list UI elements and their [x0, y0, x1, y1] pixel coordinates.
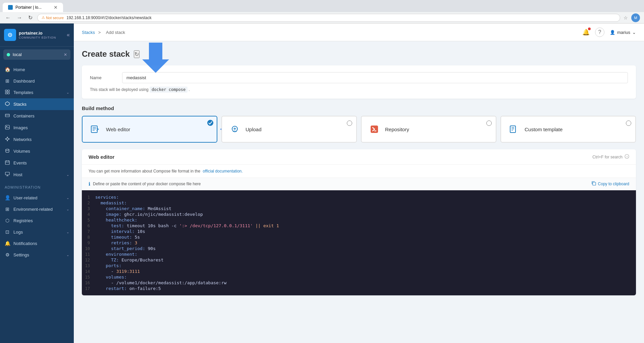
- nav-section-main: 🏠 Home ⊞ Dashboard Templates ⌄ Stacks: [0, 62, 74, 182]
- code-line: 1services:: [82, 194, 636, 200]
- logs-icon: ⊡: [5, 229, 10, 235]
- build-card-repository[interactable]: Repository: [361, 116, 496, 143]
- env-selector[interactable]: local ✕: [3, 49, 70, 60]
- sidebar-item-registries[interactable]: ⬡ Registries: [0, 215, 74, 226]
- repository-icon: [368, 123, 380, 135]
- sidebar-item-home-label: Home: [13, 67, 25, 72]
- upload-icon: [229, 123, 241, 135]
- annotation-arrow-down: [142, 43, 169, 73]
- tab-favicon: [8, 5, 13, 10]
- sidebar-item-networks[interactable]: Networks: [0, 134, 74, 145]
- sidebar-item-host-label: Host: [13, 172, 22, 177]
- tab-close-button[interactable]: ✕: [54, 5, 58, 10]
- help-button[interactable]: ?: [595, 28, 604, 37]
- breadcrumb-separator: >: [98, 30, 101, 35]
- svg-point-2: [9, 34, 11, 36]
- sidebar-item-volumes-label: Volumes: [13, 149, 30, 154]
- profile-button[interactable]: M: [631, 13, 640, 22]
- user-icon: 👤: [610, 30, 615, 35]
- copy-icon: [592, 181, 596, 187]
- custom-template-radio[interactable]: [626, 120, 631, 126]
- sidebar-collapse-button[interactable]: «: [67, 32, 70, 38]
- active-tab[interactable]: Portainer | lo... ✕: [3, 3, 63, 12]
- forward-button[interactable]: →: [15, 13, 23, 22]
- home-icon: 🏠: [5, 67, 10, 72]
- build-card-upload[interactable]: Upload: [221, 116, 357, 143]
- svg-point-16: [6, 149, 9, 150]
- env-related-icon: ⊞: [5, 206, 10, 212]
- repository-radio[interactable]: [486, 120, 492, 126]
- stacks-icon: [5, 101, 10, 107]
- code-editor[interactable]: 1services:2 medassist:3 container_name: …: [82, 190, 636, 295]
- sidebar-item-dashboard[interactable]: ⊞ Dashboard: [0, 75, 74, 87]
- repository-label: Repository: [385, 127, 409, 132]
- copy-to-clipboard-button[interactable]: Copy to clipboard: [592, 181, 629, 187]
- reload-button[interactable]: ↻: [27, 13, 34, 22]
- code-line: 3 container_name: MedAssist: [82, 206, 636, 211]
- browser-tabs: Portainer | lo... ✕: [0, 0, 644, 12]
- bookmark-button[interactable]: ☆: [624, 15, 628, 20]
- svg-point-12: [7, 137, 8, 138]
- sidebar-item-notifications-label: Notifications: [13, 241, 37, 246]
- back-button[interactable]: ←: [4, 13, 12, 22]
- sidebar-item-host[interactable]: Host ⌄: [0, 169, 74, 181]
- sidebar-item-stacks-label: Stacks: [13, 102, 26, 107]
- sidebar-item-stacks[interactable]: Stacks: [0, 98, 74, 110]
- sidebar-item-settings[interactable]: ⚙ Settings ⌄: [0, 249, 74, 260]
- sidebar: portainer.io COMMUNITY EDITION « local ✕…: [0, 23, 74, 343]
- networks-icon: [5, 137, 10, 142]
- logo-area: portainer.io COMMUNITY EDITION: [4, 29, 56, 41]
- search-hint-icon: ?: [625, 154, 629, 160]
- refresh-button[interactable]: ↻: [134, 50, 140, 58]
- sidebar-item-env-related[interactable]: ⊞ Environment-related ⌄: [0, 203, 74, 215]
- code-line: 11 environment:: [82, 251, 636, 257]
- sidebar-item-home[interactable]: 🏠 Home: [0, 64, 74, 75]
- documentation-link[interactable]: official documentation.: [203, 169, 243, 174]
- code-line: 9 retries: 3: [82, 240, 636, 246]
- upload-label: Upload: [246, 127, 262, 132]
- svg-rect-9: [5, 125, 9, 129]
- sidebar-item-templates[interactable]: Templates ⌄: [0, 87, 74, 98]
- svg-point-13: [7, 140, 8, 141]
- sidebar-item-notifications[interactable]: 🔔 Notifications: [0, 238, 74, 249]
- env-close-icon[interactable]: ✕: [64, 52, 67, 57]
- user-menu-button[interactable]: 👤 marius ⌄: [610, 30, 636, 35]
- admin-section-title: Administration: [0, 182, 74, 191]
- sidebar-item-env-related-label: Environment-related: [13, 207, 53, 212]
- breadcrumb: Stacks > Add stack: [82, 30, 127, 35]
- svg-rect-21: [5, 172, 9, 175]
- svg-point-15: [9, 139, 10, 140]
- code-line: 15 volumes:: [82, 274, 636, 280]
- svg-rect-3: [5, 90, 7, 92]
- tab-title: Portainer | lo...: [15, 5, 42, 10]
- settings-chevron-icon: ⌄: [66, 253, 69, 257]
- code-line: 4 image: ghcr.io/njic/medassist:develop: [82, 211, 636, 217]
- sidebar-item-volumes[interactable]: Volumes: [0, 145, 74, 157]
- address-bar[interactable]: ⚠ Not secure 192.168.1.18:9000/#!/2/dock…: [37, 14, 620, 22]
- sidebar-item-registries-label: Registries: [13, 218, 33, 223]
- build-card-custom-template[interactable]: Custom template: [500, 116, 636, 143]
- sidebar-item-user-related[interactable]: 👤 User-related ⌄: [0, 192, 74, 203]
- custom-template-label: Custom template: [525, 127, 562, 132]
- custom-template-icon: [508, 123, 520, 135]
- sidebar-item-containers-label: Containers: [13, 113, 35, 118]
- host-chevron-icon: ⌄: [66, 173, 69, 177]
- upload-radio[interactable]: [347, 120, 352, 126]
- svg-rect-17: [5, 161, 9, 164]
- code-line: 7 interval: 10s: [82, 229, 636, 234]
- build-card-web-editor[interactable]: Web editor: [82, 116, 217, 143]
- svg-rect-35: [510, 126, 516, 133]
- notifications-button[interactable]: 🔔: [582, 29, 590, 36]
- main-header: Stacks > Add stack 🔔 ? 👤 marius ⌄: [74, 23, 644, 41]
- sidebar-item-events[interactable]: Events: [0, 157, 74, 169]
- sidebar-item-images[interactable]: Images: [0, 122, 74, 134]
- svg-rect-25: [91, 126, 97, 133]
- web-editor-selected-icon: [207, 120, 213, 126]
- settings-icon: ⚙: [5, 252, 10, 257]
- logo-text-area: portainer.io COMMUNITY EDITION: [19, 31, 56, 39]
- sidebar-item-containers[interactable]: Containers: [0, 110, 74, 122]
- code-line: 17 restart: on-failure:5: [82, 286, 636, 291]
- breadcrumb-stacks-link[interactable]: Stacks: [82, 30, 95, 35]
- sidebar-item-logs[interactable]: ⊡ Logs ⌄: [0, 226, 74, 238]
- name-input[interactable]: [122, 72, 628, 83]
